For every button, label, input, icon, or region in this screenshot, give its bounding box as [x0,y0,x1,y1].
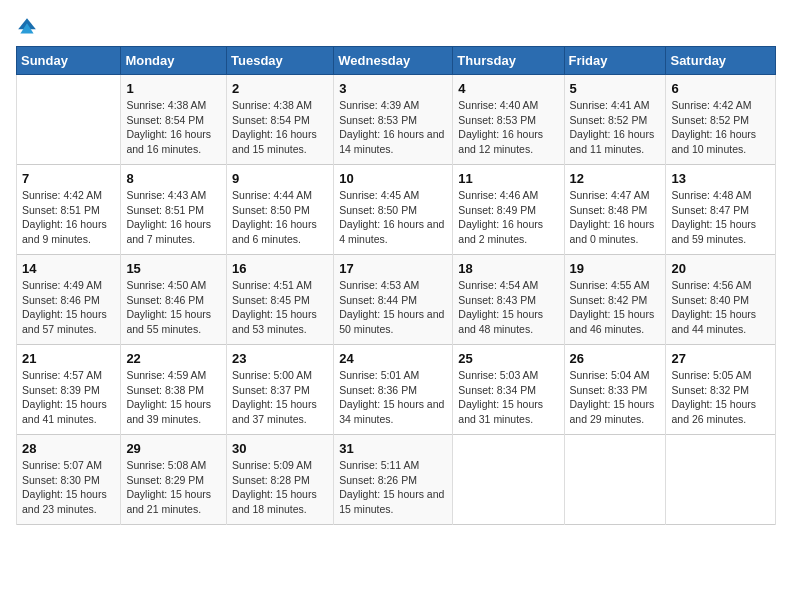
weekday-header: Thursday [453,47,564,75]
day-info: Sunrise: 4:45 AMSunset: 8:50 PMDaylight:… [339,189,444,245]
day-info: Sunrise: 4:49 AMSunset: 8:46 PMDaylight:… [22,279,107,335]
day-number: 7 [22,171,115,186]
calendar-cell: 27 Sunrise: 5:05 AMSunset: 8:32 PMDaylig… [666,345,776,435]
calendar-cell: 31 Sunrise: 5:11 AMSunset: 8:26 PMDaylig… [334,435,453,525]
day-number: 3 [339,81,447,96]
day-info: Sunrise: 5:09 AMSunset: 8:28 PMDaylight:… [232,459,317,515]
calendar-cell: 9 Sunrise: 4:44 AMSunset: 8:50 PMDayligh… [227,165,334,255]
calendar-cell: 15 Sunrise: 4:50 AMSunset: 8:46 PMDaylig… [121,255,227,345]
logo [16,16,40,38]
day-info: Sunrise: 4:51 AMSunset: 8:45 PMDaylight:… [232,279,317,335]
calendar-table: SundayMondayTuesdayWednesdayThursdayFrid… [16,46,776,525]
calendar-cell: 8 Sunrise: 4:43 AMSunset: 8:51 PMDayligh… [121,165,227,255]
day-number: 27 [671,351,770,366]
calendar-week-row: 7 Sunrise: 4:42 AMSunset: 8:51 PMDayligh… [17,165,776,255]
day-number: 18 [458,261,558,276]
calendar-cell: 17 Sunrise: 4:53 AMSunset: 8:44 PMDaylig… [334,255,453,345]
day-info: Sunrise: 4:42 AMSunset: 8:52 PMDaylight:… [671,99,756,155]
calendar-cell: 29 Sunrise: 5:08 AMSunset: 8:29 PMDaylig… [121,435,227,525]
calendar-header: SundayMondayTuesdayWednesdayThursdayFrid… [17,47,776,75]
day-info: Sunrise: 4:42 AMSunset: 8:51 PMDaylight:… [22,189,107,245]
day-info: Sunrise: 4:41 AMSunset: 8:52 PMDaylight:… [570,99,655,155]
day-number: 29 [126,441,221,456]
day-number: 13 [671,171,770,186]
day-number: 6 [671,81,770,96]
day-number: 8 [126,171,221,186]
calendar-cell: 30 Sunrise: 5:09 AMSunset: 8:28 PMDaylig… [227,435,334,525]
calendar-cell [564,435,666,525]
calendar-cell: 28 Sunrise: 5:07 AMSunset: 8:30 PMDaylig… [17,435,121,525]
day-number: 23 [232,351,328,366]
calendar-cell: 1 Sunrise: 4:38 AMSunset: 8:54 PMDayligh… [121,75,227,165]
day-number: 20 [671,261,770,276]
day-number: 4 [458,81,558,96]
page-header [16,16,776,38]
calendar-cell: 2 Sunrise: 4:38 AMSunset: 8:54 PMDayligh… [227,75,334,165]
day-number: 12 [570,171,661,186]
day-info: Sunrise: 4:46 AMSunset: 8:49 PMDaylight:… [458,189,543,245]
day-number: 9 [232,171,328,186]
day-number: 25 [458,351,558,366]
logo-icon [16,16,38,38]
calendar-week-row: 14 Sunrise: 4:49 AMSunset: 8:46 PMDaylig… [17,255,776,345]
calendar-week-row: 21 Sunrise: 4:57 AMSunset: 8:39 PMDaylig… [17,345,776,435]
day-info: Sunrise: 4:44 AMSunset: 8:50 PMDaylight:… [232,189,317,245]
day-info: Sunrise: 4:55 AMSunset: 8:42 PMDaylight:… [570,279,655,335]
day-info: Sunrise: 4:43 AMSunset: 8:51 PMDaylight:… [126,189,211,245]
day-number: 24 [339,351,447,366]
calendar-cell: 26 Sunrise: 5:04 AMSunset: 8:33 PMDaylig… [564,345,666,435]
calendar-cell: 18 Sunrise: 4:54 AMSunset: 8:43 PMDaylig… [453,255,564,345]
day-info: Sunrise: 4:57 AMSunset: 8:39 PMDaylight:… [22,369,107,425]
day-info: Sunrise: 4:48 AMSunset: 8:47 PMDaylight:… [671,189,756,245]
day-number: 11 [458,171,558,186]
day-number: 2 [232,81,328,96]
day-info: Sunrise: 5:07 AMSunset: 8:30 PMDaylight:… [22,459,107,515]
day-number: 21 [22,351,115,366]
calendar-cell [666,435,776,525]
day-info: Sunrise: 5:00 AMSunset: 8:37 PMDaylight:… [232,369,317,425]
calendar-cell [17,75,121,165]
calendar-cell: 5 Sunrise: 4:41 AMSunset: 8:52 PMDayligh… [564,75,666,165]
day-info: Sunrise: 4:53 AMSunset: 8:44 PMDaylight:… [339,279,444,335]
day-number: 10 [339,171,447,186]
calendar-cell: 6 Sunrise: 4:42 AMSunset: 8:52 PMDayligh… [666,75,776,165]
day-number: 19 [570,261,661,276]
calendar-cell [453,435,564,525]
weekday-header: Saturday [666,47,776,75]
calendar-cell: 3 Sunrise: 4:39 AMSunset: 8:53 PMDayligh… [334,75,453,165]
day-number: 16 [232,261,328,276]
day-info: Sunrise: 4:56 AMSunset: 8:40 PMDaylight:… [671,279,756,335]
calendar-cell: 23 Sunrise: 5:00 AMSunset: 8:37 PMDaylig… [227,345,334,435]
calendar-cell: 21 Sunrise: 4:57 AMSunset: 8:39 PMDaylig… [17,345,121,435]
day-info: Sunrise: 5:05 AMSunset: 8:32 PMDaylight:… [671,369,756,425]
day-info: Sunrise: 5:08 AMSunset: 8:29 PMDaylight:… [126,459,211,515]
day-number: 31 [339,441,447,456]
calendar-cell: 7 Sunrise: 4:42 AMSunset: 8:51 PMDayligh… [17,165,121,255]
day-info: Sunrise: 4:59 AMSunset: 8:38 PMDaylight:… [126,369,211,425]
day-number: 15 [126,261,221,276]
calendar-cell: 4 Sunrise: 4:40 AMSunset: 8:53 PMDayligh… [453,75,564,165]
weekday-header: Monday [121,47,227,75]
day-info: Sunrise: 4:54 AMSunset: 8:43 PMDaylight:… [458,279,543,335]
day-info: Sunrise: 4:50 AMSunset: 8:46 PMDaylight:… [126,279,211,335]
day-number: 5 [570,81,661,96]
calendar-cell: 12 Sunrise: 4:47 AMSunset: 8:48 PMDaylig… [564,165,666,255]
day-number: 17 [339,261,447,276]
day-number: 28 [22,441,115,456]
calendar-week-row: 28 Sunrise: 5:07 AMSunset: 8:30 PMDaylig… [17,435,776,525]
calendar-cell: 11 Sunrise: 4:46 AMSunset: 8:49 PMDaylig… [453,165,564,255]
day-info: Sunrise: 5:04 AMSunset: 8:33 PMDaylight:… [570,369,655,425]
day-info: Sunrise: 4:39 AMSunset: 8:53 PMDaylight:… [339,99,444,155]
calendar-cell: 14 Sunrise: 4:49 AMSunset: 8:46 PMDaylig… [17,255,121,345]
calendar-week-row: 1 Sunrise: 4:38 AMSunset: 8:54 PMDayligh… [17,75,776,165]
calendar-cell: 25 Sunrise: 5:03 AMSunset: 8:34 PMDaylig… [453,345,564,435]
day-info: Sunrise: 4:38 AMSunset: 8:54 PMDaylight:… [126,99,211,155]
day-info: Sunrise: 4:40 AMSunset: 8:53 PMDaylight:… [458,99,543,155]
day-info: Sunrise: 5:01 AMSunset: 8:36 PMDaylight:… [339,369,444,425]
calendar-cell: 10 Sunrise: 4:45 AMSunset: 8:50 PMDaylig… [334,165,453,255]
calendar-cell: 22 Sunrise: 4:59 AMSunset: 8:38 PMDaylig… [121,345,227,435]
day-number: 26 [570,351,661,366]
day-info: Sunrise: 4:38 AMSunset: 8:54 PMDaylight:… [232,99,317,155]
day-info: Sunrise: 5:03 AMSunset: 8:34 PMDaylight:… [458,369,543,425]
day-info: Sunrise: 4:47 AMSunset: 8:48 PMDaylight:… [570,189,655,245]
